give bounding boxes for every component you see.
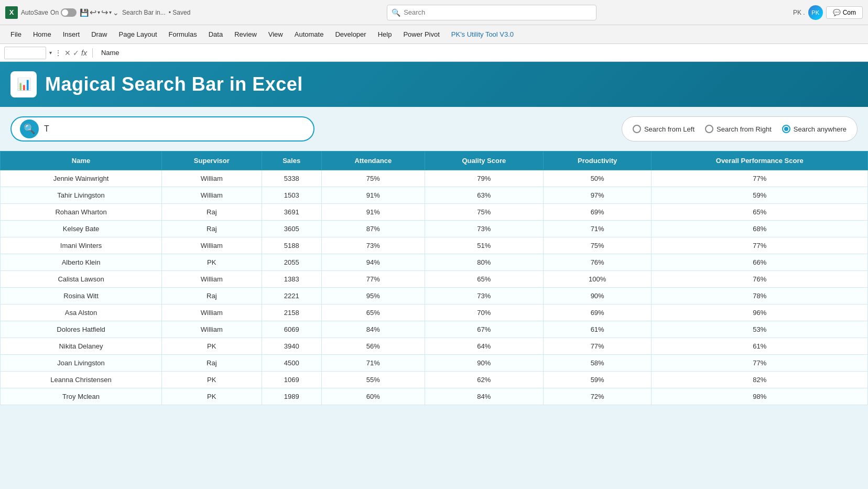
table-cell-6-1: William — [162, 271, 262, 288]
search-from-left-radio[interactable] — [633, 125, 641, 133]
menu-formulas[interactable]: Formulas — [164, 28, 202, 40]
autosave-on-label: On — [50, 9, 59, 16]
table-cell-5-4: 80% — [425, 254, 543, 271]
col-name: Name — [1, 151, 162, 170]
cell-ref-dropdown[interactable]: ▾ — [49, 50, 52, 56]
menu-developer[interactable]: Developer — [330, 28, 371, 40]
table-cell-4-0: Imani Winters — [1, 237, 162, 254]
autosave-label: AutoSave — [21, 9, 48, 16]
customize-icon[interactable]: ⌄ — [113, 8, 119, 17]
table-cell-4-5: 75% — [543, 237, 652, 254]
table-row: Rohaan WhartonRaj369191%75%69%65% — [1, 204, 868, 221]
menu-review[interactable]: Review — [229, 28, 262, 40]
table-cell-13-5: 72% — [543, 388, 652, 405]
autosave-toggle[interactable] — [61, 8, 77, 17]
menu-page-layout[interactable]: Page Layout — [114, 28, 162, 40]
table-cell-3-6: 68% — [652, 221, 868, 237]
table-row: Alberto KleinPK205594%80%76%66% — [1, 254, 868, 271]
table-cell-7-3: 95% — [321, 288, 425, 305]
table-cell-9-6: 53% — [652, 321, 868, 338]
global-search-box[interactable]: 🔍 — [387, 5, 596, 20]
banner: 📊 Magical Search Bar in Excel — [0, 62, 868, 107]
table-cell-4-2: 5188 — [262, 237, 321, 254]
undo-icon[interactable]: ↩ — [90, 7, 96, 17]
table-row: Troy McleanPK198960%84%72%98% — [1, 388, 868, 405]
table-row: Kelsey BateRaj360587%73%71%68% — [1, 221, 868, 237]
undo-dropdown[interactable]: ▾ — [97, 9, 100, 15]
table-cell-3-2: 3605 — [262, 221, 321, 237]
global-search-input[interactable] — [404, 8, 592, 16]
user-area: PK . PK 💬 Com — [793, 5, 863, 20]
table-cell-7-4: 73% — [425, 288, 543, 305]
table-cell-13-4: 84% — [425, 388, 543, 405]
table-row: Rosina WittRaj222195%73%90%78% — [1, 288, 868, 305]
table-cell-12-4: 62% — [425, 372, 543, 388]
table-cell-10-4: 64% — [425, 338, 543, 355]
menu-home[interactable]: Home — [28, 28, 57, 40]
search-anywhere-label: Search anywhere — [794, 125, 847, 133]
banner-title: Magical Search Bar in Excel — [45, 73, 303, 95]
table-cell-9-5: 61% — [543, 321, 652, 338]
menu-data[interactable]: Data — [203, 28, 228, 40]
spreadsheet-area: 📊 Magical Search Bar in Excel 🔍 Search f… — [0, 62, 868, 488]
search-from-left-option[interactable]: Search from Left — [633, 125, 695, 133]
table-cell-9-3: 84% — [321, 321, 425, 338]
table-cell-11-5: 58% — [543, 355, 652, 372]
table-cell-11-4: 90% — [425, 355, 543, 372]
table-cell-3-4: 73% — [425, 221, 543, 237]
menu-draw[interactable]: Draw — [86, 28, 112, 40]
redo-icon[interactable]: ↪ — [101, 7, 108, 17]
table-cell-0-0: Jennie Wainwright — [1, 170, 162, 187]
table-cell-0-1: William — [162, 170, 262, 187]
data-table-wrapper: Name Supervisor Sales Attendance Quality… — [0, 151, 868, 405]
table-cell-9-0: Dolores Hatfield — [1, 321, 162, 338]
col-sales: Sales — [262, 151, 321, 170]
save-icon[interactable]: 💾 — [80, 8, 89, 17]
search-box[interactable]: 🔍 — [10, 116, 314, 142]
table-row: Calista LawsonWilliam138377%65%100%76% — [1, 271, 868, 288]
table-cell-8-6: 96% — [652, 305, 868, 321]
banner-logo: 📊 — [10, 71, 37, 97]
saved-badge: • Saved — [169, 9, 191, 16]
search-anywhere-radio[interactable] — [782, 125, 790, 133]
cell-reference[interactable] — [4, 47, 46, 59]
cancel-formula-icon[interactable]: ✕ — [64, 49, 71, 57]
table-cell-9-1: William — [162, 321, 262, 338]
menu-automate[interactable]: Automate — [289, 28, 329, 40]
table-cell-6-5: 100% — [543, 271, 652, 288]
table-cell-12-0: Leanna Christensen — [1, 372, 162, 388]
data-table: Name Supervisor Sales Attendance Quality… — [0, 151, 868, 405]
search-from-right-radio[interactable] — [705, 125, 713, 133]
comment-button[interactable]: 💬 Com — [826, 6, 863, 19]
table-row: Asa AlstonWilliam215865%70%69%96% — [1, 305, 868, 321]
table-cell-0-2: 5338 — [262, 170, 321, 187]
menu-file[interactable]: File — [5, 28, 27, 40]
table-cell-10-6: 61% — [652, 338, 868, 355]
table-cell-3-3: 87% — [321, 221, 425, 237]
table-row: Tahir LivingstonWilliam150391%63%97%59% — [1, 187, 868, 204]
table-body: Jennie WainwrightWilliam533875%79%50%77%… — [1, 170, 868, 405]
table-header: Name Supervisor Sales Attendance Quality… — [1, 151, 868, 170]
confirm-formula-icon[interactable]: ✓ — [73, 49, 79, 57]
table-cell-8-1: William — [162, 305, 262, 321]
formula-expand-icon[interactable]: ⋮ — [55, 49, 61, 57]
search-from-right-option[interactable]: Search from Right — [705, 125, 772, 133]
avatar[interactable]: PK — [808, 5, 823, 20]
search-options-group: Search from Left Search from Right Searc… — [622, 116, 858, 142]
menu-power-pivot[interactable]: Power Pivot — [398, 28, 444, 40]
menu-insert[interactable]: Insert — [58, 28, 85, 40]
table-cell-11-3: 71% — [321, 355, 425, 372]
table-cell-5-1: PK — [162, 254, 262, 271]
search-anywhere-option[interactable]: Search anywhere — [782, 125, 847, 133]
search-input[interactable] — [44, 124, 305, 134]
menu-help[interactable]: Help — [373, 28, 397, 40]
redo-dropdown[interactable]: ▾ — [109, 9, 112, 15]
menu-pk-utility[interactable]: PK's Utility Tool V3.0 — [446, 28, 519, 40]
table-cell-2-4: 75% — [425, 204, 543, 221]
table-cell-13-0: Troy Mclean — [1, 388, 162, 405]
table-cell-7-1: Raj — [162, 288, 262, 305]
table-cell-8-4: 70% — [425, 305, 543, 321]
col-supervisor: Supervisor — [162, 151, 262, 170]
menu-view[interactable]: View — [263, 28, 288, 40]
table-cell-9-4: 67% — [425, 321, 543, 338]
